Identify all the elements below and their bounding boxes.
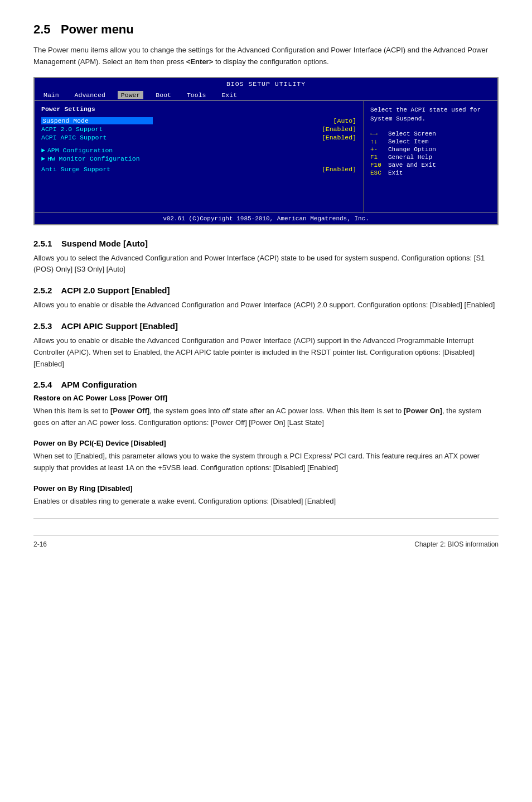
bios-help-text: Select the ACPI state used for System Su… [370, 105, 491, 124]
subsection-252-body: Allows you to enable or disable the Adva… [33, 299, 499, 311]
subheading-restore-ac-body: When this item is set to [Power Off], th… [33, 405, 499, 429]
subheading-pcie-body: When set to [Enabled], this parameter al… [33, 451, 499, 474]
subheading-ring-title: Power on By Ring [Disabled] [33, 484, 499, 492]
bios-hwmonitor-arrow-icon: ► [41, 155, 45, 162]
subheading-restore-ac: Restore on AC Power Loss [Power Off] Whe… [33, 394, 499, 429]
footer-chapter: Chapter 2: BIOS information [414, 540, 499, 548]
intro-paragraph: The Power menu items allow you to change… [33, 45, 499, 68]
bios-key-desc-5: Exit [388, 170, 403, 176]
bios-acpi-apic-label: ACPI APIC Support [41, 134, 153, 141]
footer-page-number: 2-16 [33, 540, 47, 548]
bios-menu-exit[interactable]: Exit [218, 91, 240, 99]
bios-key-desc-3: General Help [388, 154, 432, 161]
bios-left-panel: Power Settings Suspend Mode [Auto] ACPI … [35, 101, 364, 212]
bios-item-acpi20[interactable]: ACPI 2.0 Support [Enabled] [41, 125, 356, 133]
bios-key-row-5: ESC Exit [370, 170, 491, 176]
subsection-253: 2.5.3 ACPI APIC Support [Enabled] Allows… [33, 321, 499, 370]
bios-anti-surge-label: Anti Surge Support [41, 166, 153, 173]
bios-power-settings-header: Power Settings [41, 105, 356, 113]
subsection-252: 2.5.2 ACPI 2.0 Support [Enabled] Allows … [33, 286, 499, 311]
subsection-251: 2.5.1 Suspend Mode [Auto] Allows you to … [33, 239, 499, 276]
bios-hwmonitor-label: HW Monitor Configuration [47, 155, 140, 162]
subheading-restore-ac-title: Restore on AC Power Loss [Power Off] [33, 394, 499, 402]
bios-menu-advanced[interactable]: Advanced [71, 91, 109, 99]
subheading-pcie: Power on By PCI(-E) Device [Disabled] Wh… [33, 439, 499, 474]
bios-item-anti-surge[interactable]: Anti Surge Support [Enabled] [41, 166, 356, 173]
subheading-ring-body: Enables or disables ring to generate a w… [33, 496, 499, 508]
bios-key-esc: ESC [370, 170, 386, 176]
bios-submenu-apm[interactable]: ► APM Configuration [41, 147, 356, 154]
bios-acpi20-label: ACPI 2.0 Support [41, 125, 153, 133]
bios-key-updown: ↑↓ [370, 138, 386, 145]
page-footer: 2-16 Chapter 2: BIOS information [33, 535, 499, 548]
bios-item-suspend-mode[interactable]: Suspend Mode [Auto] [41, 117, 356, 124]
bios-key-row-3: F1 General Help [370, 154, 491, 161]
subsection-252-title: 2.5.2 ACPI 2.0 Support [Enabled] [33, 286, 499, 295]
subsection-251-body: Allows you to select the Advanced Config… [33, 253, 499, 276]
subsection-253-body: Allows you to enable or disable the Adva… [33, 335, 499, 370]
bios-content-area: Power Settings Suspend Mode [Auto] ACPI … [35, 100, 497, 212]
bios-key-desc-1: Select Item [388, 138, 429, 145]
bios-key-desc-0: Select Screen [388, 131, 436, 137]
bios-key-row-4: F10 Save and Exit [370, 162, 491, 168]
bios-submenu-hwmonitor[interactable]: ► HW Monitor Configuration [41, 155, 356, 162]
bios-menu-power[interactable]: Power [118, 91, 144, 99]
bios-key-f10: F10 [370, 162, 386, 168]
bios-menu-bar: Main Advanced Power Boot Tools Exit [35, 90, 497, 100]
bios-right-panel: Select the ACPI state used for System Su… [364, 101, 497, 212]
bios-footer: v02.61 (C)Copyright 1985-2010, American … [35, 212, 497, 224]
bios-menu-main[interactable]: Main [40, 91, 62, 99]
bios-screenshot: BIOS SETUP UTILITY Main Advanced Power B… [33, 77, 499, 225]
bios-key-row-0: ←→ Select Screen [370, 131, 491, 137]
bios-key-desc-4: Save and Exit [388, 162, 436, 168]
footer-divider [33, 518, 499, 519]
subsection-253-title: 2.5.3 ACPI APIC Support [Enabled] [33, 321, 499, 331]
subsection-254: 2.5.4 APM Configuration Restore on AC Po… [33, 380, 499, 507]
bios-menu-tools[interactable]: Tools [183, 91, 210, 99]
bios-suspend-mode-label: Suspend Mode [41, 117, 153, 124]
bios-key-row-2: +- Change Option [370, 146, 491, 153]
bios-acpi-apic-value: [Enabled] [322, 134, 356, 141]
subsection-251-title: 2.5.1 Suspend Mode [Auto] [33, 239, 499, 248]
bios-acpi20-value: [Enabled] [322, 125, 356, 133]
bios-key-desc-2: Change Option [388, 146, 436, 153]
bios-key-f1: F1 [370, 154, 386, 161]
subsection-254-title: 2.5.4 APM Configuration [33, 380, 499, 389]
bios-apm-arrow-icon: ► [41, 147, 45, 154]
bios-key-row-1: ↑↓ Select Item [370, 138, 491, 145]
section-title: 2.5 Power menu [33, 22, 499, 37]
bios-apm-label: APM Configuration [47, 147, 113, 154]
bios-title: BIOS SETUP UTILITY [35, 78, 497, 90]
bios-item-acpi-apic[interactable]: ACPI APIC Support [Enabled] [41, 134, 356, 141]
bios-suspend-mode-value: [Auto] [333, 117, 356, 124]
bios-key-help: ←→ Select Screen ↑↓ Select Item +- Chang… [370, 131, 491, 176]
bios-key-plusminus: +- [370, 146, 386, 153]
bios-menu-boot[interactable]: Boot [152, 91, 175, 99]
subheading-pcie-title: Power on By PCI(-E) Device [Disabled] [33, 439, 499, 447]
subheading-ring: Power on By Ring [Disabled] Enables or d… [33, 484, 499, 508]
bios-key-leftright: ←→ [370, 131, 386, 137]
bios-anti-surge-value: [Enabled] [322, 166, 356, 173]
